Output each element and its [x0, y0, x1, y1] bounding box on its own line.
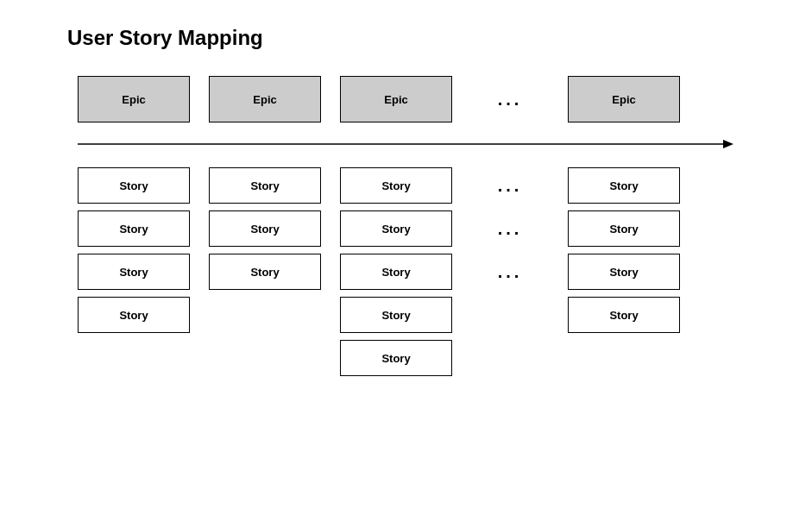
story-card: Story [568, 167, 680, 204]
story-card: Story [568, 297, 680, 333]
svg-marker-1 [723, 140, 733, 148]
story-card: Story [209, 254, 321, 290]
ellipsis-icon: ... [471, 76, 549, 122]
story-column: Story Story Story Story [568, 167, 680, 340]
story-column: Story Story Story Story Story [340, 167, 452, 383]
story-column: Story Story Story Story [78, 167, 190, 340]
ellipsis-icon: ... [471, 167, 549, 204]
story-card: Story [568, 210, 680, 247]
story-card: Story [568, 254, 680, 290]
story-card: Story [78, 254, 190, 290]
story-card: Story [209, 210, 321, 247]
story-card: Story [78, 210, 190, 247]
story-card: Story [209, 167, 321, 204]
epic-card: Epic [340, 76, 452, 122]
ellipsis-icon: ... [471, 210, 549, 247]
ellipsis-column: ... ... ... [471, 167, 549, 297]
story-card: Story [340, 297, 452, 333]
story-card: Story [78, 167, 190, 204]
story-card: Story [340, 340, 452, 376]
story-card: Story [340, 210, 452, 247]
story-card: Story [340, 254, 452, 290]
story-card: Story [340, 167, 452, 204]
timeline-arrow [78, 138, 812, 150]
ellipsis-icon: ... [471, 254, 549, 290]
arrow-right-icon [78, 138, 733, 150]
epic-card: Epic [78, 76, 190, 122]
epic-card: Epic [568, 76, 680, 122]
story-column: Story Story Story [209, 167, 321, 297]
epic-card: Epic [209, 76, 321, 122]
story-card: Story [78, 297, 190, 333]
epic-row: Epic Epic Epic ... Epic [78, 76, 812, 122]
story-columns: Story Story Story Story Story Story Stor… [78, 167, 812, 383]
page-title: User Story Mapping [67, 26, 812, 50]
